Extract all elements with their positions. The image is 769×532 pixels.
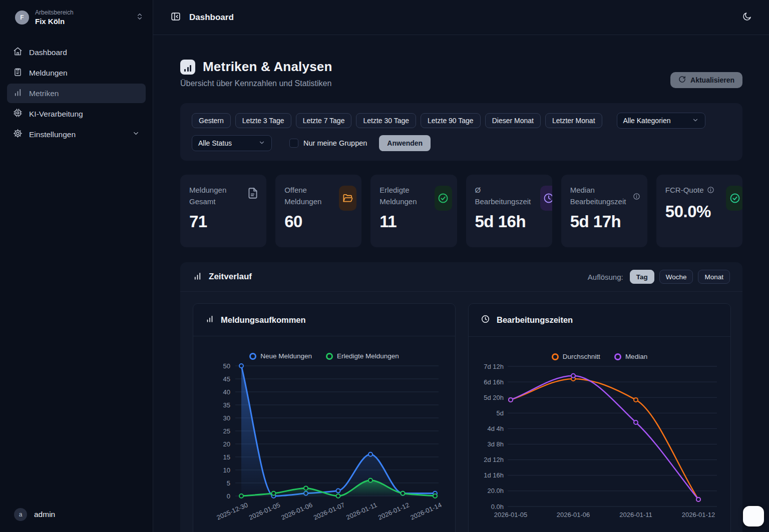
sidebar-item-label: Einstellungen [29,130,76,139]
my-groups-label: Nur meine Gruppen [303,139,367,147]
app-root: F Arbeitsbereich Fix Köln Dashboard Meld… [0,0,769,532]
sidebar-item-label: KI-Verarbeitung [29,110,83,119]
filter-dieser-monat[interactable]: Dieser Monat [485,113,541,128]
user-name: admin [34,510,55,519]
page-content: Metriken & Analysen Übersicht über Kennz… [153,35,769,532]
metric-card-offene: Offene Meldungen 60 [275,175,361,247]
info-icon [707,186,714,197]
chart-card-meldungsaufkommen: Meldungsaufkommen Neue Meldungen Erledig… [193,303,456,532]
bar-chart-icon [13,88,23,99]
svg-text:30: 30 [223,414,230,422]
metrics-section-icon [180,60,195,75]
main-area: Dashboard Metriken & Analysen Übersicht … [153,0,769,532]
my-groups-checkbox-group: Nur meine Gruppen [289,139,367,148]
metric-card-erledigte: Erledigte Meldungen 11 [370,175,457,247]
svg-text:5d: 5d [496,409,503,417]
svg-text:2026-01-06: 2026-01-06 [280,501,313,521]
metric-value: 11 [379,212,448,231]
badge-check-icon [726,186,742,211]
svg-text:40: 40 [223,388,230,396]
filter-letzter-monat[interactable]: Letzter Monat [545,113,602,128]
sidebar-item-label: Meldungen [29,69,68,78]
sidebar: F Arbeitsbereich Fix Köln Dashboard Meld… [0,0,153,532]
status-select[interactable]: Alle Status [192,135,272,151]
panel-left-icon [170,11,181,24]
svg-text:2026-01-06: 2026-01-06 [556,511,590,518]
legend-swatch-orange [552,353,559,360]
svg-text:20.0h: 20.0h [487,487,504,494]
refresh-button[interactable]: Aktualisieren [670,72,742,88]
svg-text:2026-01-12: 2026-01-12 [376,501,410,521]
svg-text:2026-01-05: 2026-01-05 [494,511,527,518]
sidebar-item-label: Metriken [29,89,59,98]
filter-gestern[interactable]: Gestern [192,113,231,128]
workspace-avatar: F [15,11,29,25]
sidebar-item-dashboard[interactable]: Dashboard [7,43,146,62]
apply-button[interactable]: Anwenden [379,135,431,151]
resolution-woche-button[interactable]: Woche [659,270,693,284]
dark-mode-toggle[interactable] [742,12,752,23]
bearbeitungszeiten-chart: 0.0h20.0h1d 16h2d 12h3d 8h4d 4h5d5d 20h6… [480,362,720,522]
filter-letzte-90-tage[interactable]: Letzte 90 Tage [421,113,481,128]
gear-icon [13,129,23,140]
timeline-title: Zeitverlauf [209,272,252,282]
topbar: Dashboard [153,0,769,35]
resolution-label: Auflösung: [588,273,623,281]
legend-swatch-purple [614,353,621,360]
filter-letzte-30-tage[interactable]: Letzte 30 Tage [356,113,416,128]
svg-text:35: 35 [223,401,230,409]
svg-text:7d 12h: 7d 12h [484,363,504,370]
file-text-icon [246,187,259,202]
svg-text:5d 20h: 5d 20h [484,394,504,401]
metric-card-fcr-quote: FCR-Quote 50.0% [656,175,742,247]
sidebar-collapse-button[interactable] [170,11,181,24]
svg-text:4d 4h: 4d 4h [487,425,504,432]
sidebar-item-einstellungen[interactable]: Einstellungen [7,125,146,144]
sidebar-item-metriken[interactable]: Metriken [7,84,146,103]
svg-text:2026-01-12: 2026-01-12 [681,511,715,518]
floating-action-button[interactable] [743,506,764,526]
filter-letzte-7-tage[interactable]: Letzte 7 Tage [296,113,352,128]
resolution-monat-button[interactable]: Monat [698,270,730,284]
svg-text:3d 8h: 3d 8h [487,440,504,448]
svg-text:2026-01-05: 2026-01-05 [247,501,281,521]
page-title: Metriken & Analysen [203,59,332,75]
metric-card-median-bearbeitungszeit: Median Bearbeitungszeit 5d 17h [561,175,647,247]
home-icon [13,47,23,58]
topbar-title: Dashboard [189,13,234,23]
filter-letzte-3-tage[interactable]: Letzte 3 Tage [235,113,291,128]
workspace-name: Fix Köln [35,17,130,26]
svg-text:45: 45 [223,375,230,383]
metric-value: 5d 17h [570,212,638,231]
sidebar-item-ki-verarbeitung[interactable]: KI-Verarbeitung [7,104,146,124]
metric-card-avg-bearbeitungszeit: Ø Bearbeitungszeit 5d 16h [466,175,552,247]
workspace-switcher[interactable]: F Arbeitsbereich Fix Köln [0,0,153,34]
resolution-tag-button[interactable]: Tag [630,270,654,284]
metric-value: 5d 16h [475,212,543,231]
svg-text:25: 25 [223,427,230,435]
metric-card-gesamt: Meldungen Gesamt 71 [180,175,266,247]
svg-text:0.0h: 0.0h [491,503,503,510]
category-select[interactable]: Alle Kategorien [617,113,705,129]
my-groups-checkbox[interactable] [289,139,298,148]
meldungsaufkommen-chart: 051015202530354045502025-12-302026-01-05… [204,362,445,522]
legend-swatch-green [326,353,333,360]
sidebar-item-meldungen[interactable]: Meldungen [7,63,146,83]
folder-open-icon [339,186,356,211]
legend-swatch-blue [249,353,256,360]
page-subtitle: Übersicht über Kennzahlen und Statistike… [180,79,332,88]
sidebar-item-label: Dashboard [29,48,67,57]
metric-cards: Meldungen Gesamt 71 Offene Meldungen 60 … [180,175,742,247]
clock-icon [540,186,552,211]
svg-text:2026-01-11: 2026-01-11 [345,501,378,521]
svg-text:0: 0 [226,492,230,500]
svg-text:2026-01-07: 2026-01-07 [312,501,345,521]
chevron-down-icon [258,139,265,148]
clock-icon [481,314,490,326]
svg-text:2d 12h: 2d 12h [484,456,504,463]
chevron-down-icon [132,130,140,139]
timeline-section: Zeitverlauf Auflösung: Tag Woche Monat M… [180,262,742,532]
svg-text:20: 20 [223,440,230,448]
sidebar-user[interactable]: a admin [0,499,153,532]
filter-bar: Gestern Letzte 3 Tage Letzte 7 Tage Letz… [180,103,742,161]
